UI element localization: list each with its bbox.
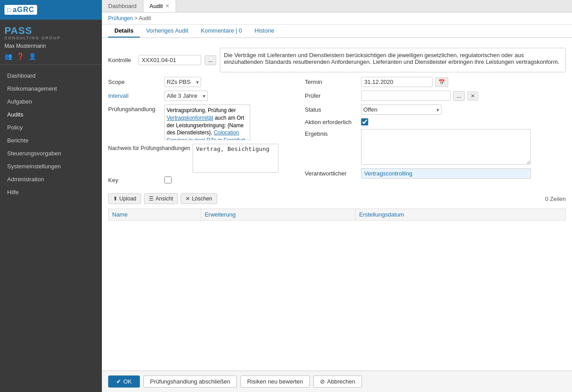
company-name: PASS	[4, 25, 32, 36]
upload-button[interactable]: ⬆ Upload	[108, 193, 141, 204]
help-icon[interactable]: ❓	[17, 53, 24, 60]
risiken-bewerten-button[interactable]: Risiken neu bewerten	[240, 375, 310, 388]
pruefungshandlung-label: Prüfungshandlung abschließen	[150, 378, 230, 385]
person-icon[interactable]: 👤	[29, 53, 36, 60]
pruefungshandlung-row: Prüfungshandlung Vertragsprüfung, Prüfun…	[108, 104, 296, 140]
empty-row	[109, 221, 566, 319]
termin-calendar-button[interactable]: 📅	[435, 77, 448, 87]
file-toolbar: ⬆ Upload ☰ Ansicht ✕ Löschen 0 Zeilen	[108, 192, 566, 206]
upload-icon: ⬆	[113, 196, 118, 202]
prufer-dots-button[interactable]: ...	[453, 91, 465, 101]
file-table-head: Name Erweiterung Erstellungsdatum	[109, 209, 566, 221]
sub-tabs: Details Vorheriges Audit Kommentare | 0 …	[102, 25, 572, 38]
intervall-select-wrapper: Alle 3 Jahre	[164, 91, 208, 101]
form-content: Kontrolle ... Die Verträge mit Lieferant…	[102, 38, 572, 371]
sidebar-item-policy[interactable]: Policy	[0, 121, 102, 134]
kontrolle-row: Kontrolle ... Die Verträge mit Lieferant…	[108, 48, 566, 72]
logo-icon: □	[7, 6, 11, 13]
file-table-body	[109, 221, 566, 319]
sidebar: □ aGRC PASS CONSULTING GROUP Max Musterm…	[0, 0, 102, 392]
user-icons: 👥 ❓ 👤	[4, 53, 97, 60]
loeschen-button[interactable]: ✕ Löschen	[181, 193, 217, 204]
file-table-header-row: Name Erweiterung Erstellungsdatum	[109, 209, 566, 221]
scope-select[interactable]: RZs PBS	[164, 77, 201, 87]
sub-tab-vorheriges[interactable]: Vorheriges Audit	[140, 25, 195, 38]
key-row: Key	[108, 176, 296, 183]
prufer-row: Prüfer ... ✕	[305, 91, 566, 101]
sidebar-item-aufgaben[interactable]: Aufgaben	[0, 95, 102, 108]
sidebar-item-systemeinstellungen[interactable]: Systemeinstellungen	[0, 160, 102, 173]
sidebar-item-administration[interactable]: Administration	[0, 173, 102, 186]
pruefungshandlung-abschliessen-button[interactable]: Prüfungshandlung abschließen	[143, 375, 237, 388]
status-select[interactable]: Offen In Bearbeitung Abgeschlossen	[361, 104, 442, 115]
app-logo: □ aGRC	[4, 5, 37, 15]
upload-label: Upload	[119, 196, 136, 202]
ergebnis-label: Ergebnis	[305, 129, 358, 137]
company-sub: CONSULTING GROUP	[4, 36, 97, 40]
sidebar-item-risikomanagement[interactable]: Risikomanagement	[0, 82, 102, 95]
ansicht-button[interactable]: ☰ Ansicht	[144, 193, 178, 204]
verantwortlicher-row: Verantwortlicher	[305, 168, 566, 179]
col-name: Name	[109, 209, 201, 221]
loeschen-label: Löschen	[192, 196, 212, 202]
ansicht-icon: ☰	[149, 196, 154, 202]
file-table: Name Erweiterung Erstellungsdatum	[108, 209, 566, 319]
pruefungshandlung-text-box: Vertragsprüfung, Prüfung der Vertragskon…	[164, 104, 250, 140]
tab-dashboard[interactable]: Dashboard	[102, 0, 143, 12]
scope-label: Scope	[108, 79, 162, 85]
loeschen-icon: ✕	[185, 196, 190, 202]
prufer-clear-button[interactable]: ✕	[467, 92, 478, 100]
description-box: Die Verträge mit Lieferanten und Dienstl…	[220, 48, 566, 72]
sidebar-nav: Dashboard Risikomanagement Aufgaben Audi…	[0, 65, 102, 392]
sub-tab-kommentare[interactable]: Kommentare | 0	[194, 25, 248, 38]
users-icon[interactable]: 👥	[4, 53, 12, 60]
aktion-row: Aktion erforderlich	[305, 118, 566, 125]
sidebar-item-audits[interactable]: Audits	[0, 108, 102, 121]
intervall-select[interactable]: Alle 3 Jahre	[164, 91, 208, 101]
col-erstellungsdatum: Erstellungsdatum	[355, 209, 565, 221]
abbrechen-icon: ⊘	[320, 378, 325, 385]
ok-button[interactable]: ✔ OK	[108, 375, 140, 388]
pruefungshandlung-link1[interactable]: Vertragskonformität	[167, 115, 213, 121]
key-checkbox[interactable]	[164, 176, 172, 183]
termin-label: Termin	[305, 79, 358, 85]
ansicht-label: Ansicht	[156, 196, 173, 202]
col-erweiterung: Erweiterung	[201, 209, 355, 221]
tab-close-icon[interactable]: ✕	[165, 3, 169, 9]
key-label: Key	[108, 177, 162, 183]
breadcrumb-parent[interactable]: Prüfungen	[108, 15, 133, 21]
ergebnis-textarea[interactable]	[361, 129, 531, 165]
tab-audit[interactable]: Audit ✕	[143, 0, 177, 12]
sub-tab-details[interactable]: Details	[108, 25, 140, 38]
sidebar-item-steuerungsvorgaben[interactable]: Steuerungsvorgaben	[0, 147, 102, 160]
sidebar-item-hilfe[interactable]: Hilfe	[0, 186, 102, 199]
tab-bar: Dashboard Audit ✕	[102, 0, 572, 13]
pruefungshandlung-link2[interactable]: Colocation Services in zwei RZs in Frank…	[167, 129, 245, 140]
breadcrumb-separator: >	[135, 15, 139, 21]
breadcrumb: Prüfungen > Audit	[102, 13, 572, 25]
pass-logo: PASS CONSULTING GROUP	[4, 26, 97, 40]
verantwortlicher-label: Verantwortlicher	[305, 170, 358, 177]
scope-row: Scope RZs PBS	[108, 77, 296, 87]
termin-input[interactable]	[361, 77, 433, 87]
pruefungshandlung-label: Prüfungshandlung	[108, 104, 162, 113]
nachweis-label: Nachweis für Prüfungshandlungen	[108, 144, 190, 151]
kontrolle-dots-button[interactable]: ...	[205, 55, 216, 65]
kontrolle-input[interactable]	[139, 55, 201, 65]
action-bar: ✔ OK Prüfungshandlung abschließen Risike…	[102, 371, 572, 392]
verantwortlicher-input[interactable]	[361, 168, 531, 179]
abbrechen-button[interactable]: ⊘ Abbrechen	[313, 375, 362, 388]
abbrechen-label: Abbrechen	[327, 378, 355, 385]
termin-row: Termin 📅	[305, 77, 566, 87]
aktion-checkbox[interactable]	[361, 118, 368, 125]
sidebar-item-dashboard[interactable]: Dashboard	[0, 69, 102, 82]
sidebar-header: □ aGRC	[0, 0, 102, 20]
sub-tab-historie[interactable]: Historie	[248, 25, 281, 38]
sidebar-item-berichte[interactable]: Berichte	[0, 134, 102, 147]
ergebnis-row: Ergebnis	[305, 129, 566, 165]
nachweis-textarea[interactable]: Vertrag, Besichtigung	[193, 144, 278, 173]
breadcrumb-current: Audit	[139, 15, 151, 21]
scope-select-wrapper: RZs PBS	[164, 77, 201, 87]
rows-count: 0 Zeilen	[545, 196, 566, 202]
prufer-input[interactable]	[361, 91, 450, 101]
